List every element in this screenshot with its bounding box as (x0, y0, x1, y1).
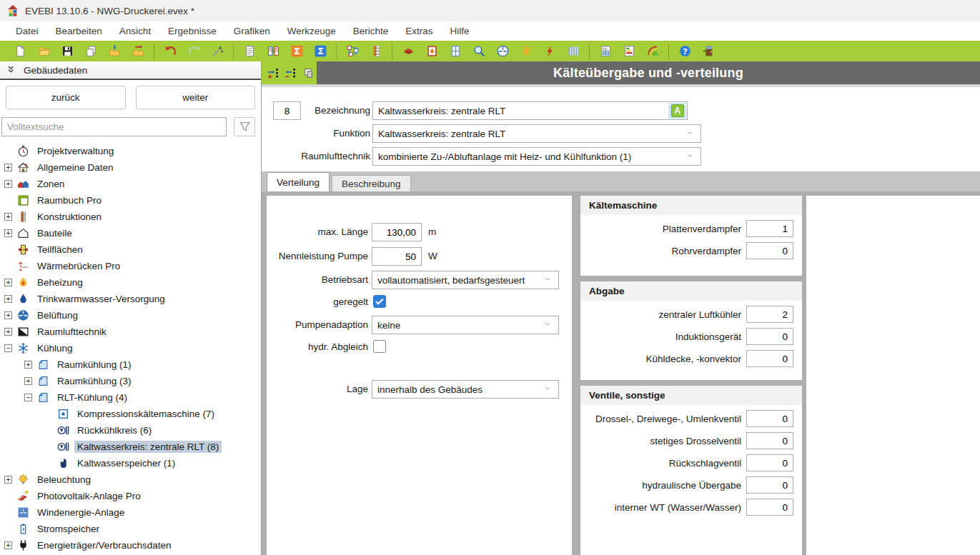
roof-button[interactable] (400, 43, 417, 59)
menu-item[interactable]: Berichte (345, 23, 397, 39)
tree-item[interactable]: Teilflächen (0, 241, 261, 258)
tree-item[interactable]: Kompressionskältemaschine (7) (0, 406, 261, 422)
expand-icon[interactable]: + (4, 180, 12, 188)
next-button[interactable]: weiter (136, 86, 256, 109)
tab-verteilung[interactable]: Verteilung (267, 172, 330, 191)
expand-icon[interactable]: + (4, 213, 12, 221)
tree-item[interactable]: +Raumlufttechnik (0, 324, 261, 340)
back-button[interactable]: zurück (6, 86, 126, 109)
remove-record-button[interactable] (283, 66, 297, 80)
menu-item[interactable]: Extras (397, 23, 441, 39)
count-input[interactable] (746, 242, 793, 259)
tree-item[interactable]: +Belüftung (0, 307, 261, 324)
boiler-button[interactable] (423, 43, 440, 59)
menu-item[interactable]: Hilfe (442, 23, 478, 39)
collapse-chevrons-icon[interactable] (6, 65, 16, 75)
sigma-blue-button[interactable]: Σ (312, 43, 329, 59)
count-input[interactable] (746, 306, 793, 323)
nennleistung-input[interactable] (372, 247, 422, 266)
count-input[interactable] (746, 328, 793, 345)
fan-tool-button[interactable] (494, 43, 511, 59)
menu-item[interactable]: Ergebnisse (159, 23, 225, 39)
exit-button[interactable] (700, 43, 717, 59)
count-input[interactable] (746, 432, 793, 449)
lage-select[interactable]: innerhalb des Gebäudes (372, 380, 559, 399)
tree-item[interactable]: Rückkühlkreis (6) (0, 422, 261, 439)
save-button[interactable] (59, 43, 76, 59)
copy-button[interactable] (82, 43, 99, 59)
tree-item[interactable]: Projektverwaltung (0, 143, 261, 159)
expand-icon[interactable]: + (4, 541, 12, 549)
betriebsart-select[interactable]: vollautomatisiert, bedarfsgesteuert (372, 271, 559, 289)
bezeichnung-input[interactable] (373, 102, 687, 119)
expand-icon[interactable]: + (4, 279, 12, 286)
count-input[interactable] (746, 454, 793, 471)
shading-button[interactable] (565, 43, 582, 59)
tree-item[interactable]: Stromspeicher (0, 521, 261, 537)
menu-item[interactable]: Bearbeiten (47, 23, 111, 39)
help-button[interactable]: ? (676, 43, 693, 59)
collapse-icon[interactable]: − (4, 344, 12, 352)
window-button[interactable] (447, 43, 464, 59)
count-input[interactable] (746, 350, 793, 367)
expand-icon[interactable]: + (4, 229, 12, 237)
new-file-button[interactable] (11, 43, 29, 59)
expand-icon[interactable]: + (4, 311, 12, 319)
filter-button[interactable] (234, 117, 255, 136)
tree-item[interactable]: +Energieträger/Verbrauchsdaten (0, 537, 261, 554)
copy-record-button[interactable] (300, 66, 315, 80)
count-input[interactable] (746, 220, 793, 237)
expand-icon[interactable]: + (24, 377, 32, 385)
expand-icon[interactable]: + (4, 295, 12, 303)
tree-item[interactable]: +Raumkühlung (3) (0, 373, 261, 389)
tree-item[interactable]: Wärmebrücken Pro (0, 258, 261, 274)
tree-item[interactable]: +Zonen (0, 176, 261, 192)
count-input[interactable] (746, 410, 793, 427)
import-button[interactable] (106, 43, 123, 59)
tree-item[interactable]: +Trinkwarmwasser-Versorgung (0, 291, 261, 307)
tree-item[interactable]: +Raumkühlung (1) (0, 356, 261, 373)
expand-icon[interactable]: + (4, 328, 12, 336)
add-record-button[interactable] (266, 66, 280, 80)
fulltext-search-input[interactable] (1, 117, 227, 136)
count-input[interactable] (746, 476, 793, 494)
tree-item[interactable]: Kaltwasserkreis: zentrale RLT (8) (0, 439, 261, 455)
collapse-icon[interactable]: − (24, 394, 32, 401)
raumlufttechnik-select[interactable]: kombinierte Zu-/Abluftanlage mit Heiz- u… (372, 147, 701, 166)
tree-item[interactable]: Windenergie-Anlage (0, 504, 261, 521)
tree-item[interactable]: +Allgemeine Daten (0, 159, 261, 176)
undo-button[interactable] (162, 43, 179, 59)
geregelt-checkbox[interactable] (373, 295, 386, 308)
tree-item[interactable]: +Beheizung (0, 274, 261, 291)
open-folder-button[interactable] (35, 43, 52, 59)
tree-item[interactable]: +Bauteile (0, 225, 261, 241)
max-laenge-input[interactable] (372, 223, 422, 241)
doc-compare-button[interactable] (264, 43, 282, 59)
expand-icon[interactable]: + (4, 164, 12, 171)
report-button[interactable] (597, 43, 614, 59)
tree-item[interactable]: −Kühlung (0, 340, 261, 356)
expand-icon[interactable]: + (24, 361, 32, 369)
tree-item[interactable]: Raumbuch Pro (0, 192, 261, 209)
flowchart-button[interactable] (344, 43, 361, 59)
sun-button[interactable] (518, 43, 535, 59)
doc-text-button[interactable] (241, 43, 258, 59)
redo-button[interactable] (185, 43, 202, 59)
tab-beschreibung[interactable]: Beschreibung (332, 175, 411, 191)
wand-button[interactable] (209, 43, 226, 59)
tree-item[interactable]: Photovoltaik-Anlage Pro (0, 488, 261, 504)
menu-item[interactable]: Werkzeuge (279, 23, 345, 39)
tree-item[interactable]: −RLT-Kühlung (4) (0, 389, 261, 406)
menu-item[interactable]: Grafiken (225, 23, 279, 39)
wall-section-button[interactable] (367, 43, 385, 59)
export-button[interactable] (129, 43, 147, 59)
tree-item[interactable]: +Beleuchtung (0, 471, 261, 488)
auto-name-button[interactable]: A (671, 104, 684, 117)
energy-house-button[interactable] (644, 43, 661, 59)
magnifier-button[interactable] (470, 43, 487, 59)
sigma-orange-button[interactable]: Σ (288, 43, 305, 59)
expand-icon[interactable]: + (4, 476, 12, 484)
tree-item[interactable]: +Konstruktionen (0, 209, 261, 225)
pumpenadaption-select[interactable]: keine (372, 316, 559, 334)
menu-item[interactable]: Ansicht (111, 23, 159, 39)
